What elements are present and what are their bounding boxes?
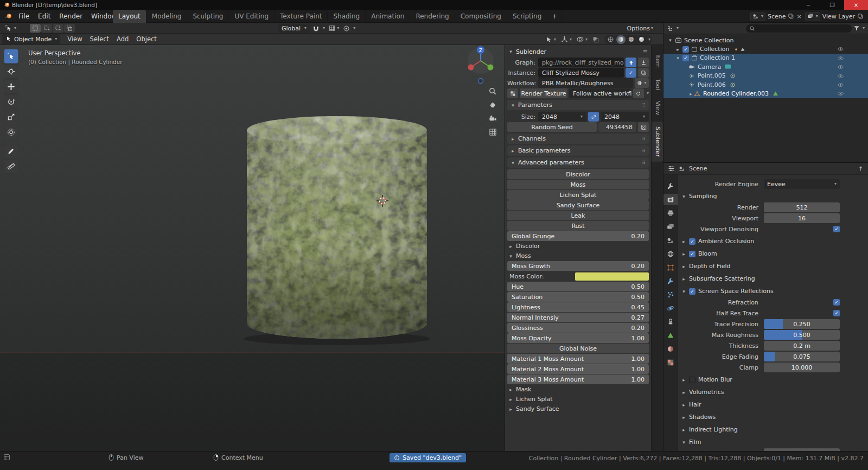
motion-blur-panel-header[interactable]: ▸✓Motion Blur — [681, 374, 840, 385]
saved-notification[interactable]: Saved "dev3.blend" — [390, 453, 466, 462]
follow-workflow-dropdown[interactable]: Follow active workfl..▾ — [569, 88, 631, 98]
close-button[interactable]: × — [844, 0, 868, 10]
lichen-splat-subpanel-header[interactable]: ▸Lichen Splat — [508, 395, 649, 404]
instance-copy-button[interactable] — [638, 68, 649, 78]
tab-material[interactable] — [663, 343, 678, 354]
size-y-dropdown[interactable]: 2048▾ — [601, 112, 649, 122]
outliner-row-point-005[interactable]: Point.005 — [663, 72, 868, 80]
pan-hand-button[interactable] — [486, 98, 499, 111]
tab-tool[interactable] — [663, 180, 678, 192]
clamp-field[interactable]: 10.000 — [764, 363, 840, 372]
cursor-tool[interactable] — [4, 64, 18, 79]
hide-viewport-eye-icon[interactable] — [837, 73, 844, 80]
outliner-row-rounded-cylinder[interactable]: ▸ Rounded Cylinder.003 — [663, 89, 868, 98]
glossiness-slider[interactable]: Glossiness0.20 — [507, 323, 649, 333]
tab-texture[interactable] — [663, 357, 678, 368]
measure-tool[interactable] — [4, 159, 18, 174]
active-tool-button[interactable]: ▾ — [3, 23, 18, 33]
gizmos-dropdown[interactable]: ▾ — [559, 35, 573, 45]
render-engine-dropdown[interactable]: Eevee▾ — [764, 179, 840, 189]
volumetrics-panel-header[interactable]: ▸Volumetrics — [681, 387, 840, 397]
minimize-button[interactable]: ─ — [796, 0, 820, 10]
workspace-tab-shading[interactable]: Shading — [328, 10, 366, 23]
tab-scene[interactable] — [663, 234, 678, 246]
scene-name[interactable]: Scene — [768, 13, 786, 20]
sidebar-tab-item[interactable]: Item — [652, 49, 663, 73]
moss-color-swatch[interactable] — [575, 272, 649, 281]
transform-orientation-dropdown[interactable]: Global ▾ — [278, 24, 310, 33]
collection-1-exclude-checkbox[interactable]: ✓ — [682, 55, 689, 61]
global-noise-button[interactable]: Global Noise — [507, 344, 649, 353]
transform-tool[interactable] — [4, 125, 18, 139]
tab-render[interactable] — [663, 194, 678, 205]
edge-fading-slider[interactable]: 0.075 — [764, 352, 840, 361]
hue-slider[interactable]: Hue0.50 — [507, 282, 649, 291]
editor-corner-icon[interactable] — [3, 454, 10, 461]
viewport-menu-view[interactable]: View — [63, 35, 86, 43]
outliner-editor-icon[interactable] — [667, 25, 674, 32]
max-roughness-slider[interactable]: 0.500 — [764, 330, 840, 340]
sidebar-tab-tool[interactable]: Tool — [652, 74, 663, 95]
parameters-panel-header[interactable]: ▾Parameters⠿ — [507, 100, 649, 110]
outliner-row-scene-collection[interactable]: ▾ Scene Collection — [663, 36, 868, 45]
basic-parameters-panel-header[interactable]: ▸Basic parameters⠿ — [507, 145, 649, 156]
trace-precision-slider[interactable]: 0.250 — [764, 319, 840, 329]
workspace-tab-modeling[interactable]: Modeling — [146, 10, 188, 23]
material-3-moss-slider[interactable]: Material 3 Moss Amount1.00 — [507, 374, 649, 384]
lichen-splat-button[interactable]: Lichen Splat — [507, 190, 649, 200]
sidebar-tab-sublender[interactable]: Sublender — [652, 122, 663, 162]
graph-field[interactable]: pkg://rock_cliff_stylized_mossy — [538, 58, 624, 67]
select-mode-subtract-button[interactable] — [53, 24, 63, 33]
rotate-tool[interactable] — [4, 94, 18, 109]
rust-button[interactable]: Rust — [507, 221, 649, 231]
instance-fake-user-button[interactable]: ✓ — [626, 68, 636, 78]
new-scene-button[interactable] — [788, 13, 794, 20]
new-view-layer-button[interactable] — [857, 13, 864, 20]
snap-magnet-icon[interactable] — [312, 25, 320, 32]
mode-dropdown[interactable]: Object Mode ▾ — [2, 34, 60, 44]
mask-subpanel-header[interactable]: ▸Mask — [508, 385, 649, 394]
ortho-toggle-button[interactable] — [486, 125, 499, 138]
unlink-scene-button[interactable]: × — [796, 13, 801, 20]
scale-tool[interactable] — [4, 110, 18, 124]
bloom-checkbox[interactable]: ✓ — [689, 251, 695, 257]
filter-dropdown-caret[interactable]: ▾ — [863, 26, 865, 30]
tab-view-layer[interactable] — [663, 221, 678, 232]
add-workspace-button[interactable]: + — [547, 10, 562, 23]
discolor-subpanel-header[interactable]: ▸Discolor — [508, 242, 649, 251]
moss-growth-slider[interactable]: Moss Growth0.20 — [507, 261, 649, 271]
thickness-field[interactable]: 0.2 m — [764, 341, 840, 351]
viewport-3d[interactable]: User Perspective (0) Collection | Rounde… — [0, 45, 505, 451]
texture-checker-button[interactable] — [507, 88, 518, 98]
random-seed-dice-icon[interactable] — [638, 122, 649, 132]
viewport-denoising-checkbox[interactable]: ✓ — [833, 226, 840, 232]
workspace-tab-texture-paint[interactable]: Texture Paint — [275, 10, 328, 23]
bloom-panel-header[interactable]: ▸✓Bloom — [681, 249, 840, 259]
outliner-display-mode-caret[interactable]: ▾ — [676, 26, 679, 30]
drag-grip-icon[interactable]: ⠿ — [642, 103, 646, 108]
pin-icon[interactable] — [858, 166, 864, 172]
normal-intensity-slider[interactable]: Normal Intensiy0.27 — [507, 313, 649, 322]
workspace-tab-sculpting[interactable]: Sculpting — [187, 10, 229, 23]
material-2-moss-slider[interactable]: Material 2 Moss Amount1.00 — [507, 364, 649, 374]
tab-object-data[interactable] — [663, 329, 678, 341]
leak-button[interactable]: Leak — [507, 211, 649, 220]
refresh-button[interactable] — [633, 88, 644, 98]
sandy-surface-button[interactable]: Sandy Surface — [507, 200, 649, 210]
workspace-tab-layout[interactable]: Layout — [113, 10, 146, 23]
workspace-tab-uv-editing[interactable]: UV Editing — [229, 10, 275, 23]
viewport-menu-add[interactable]: Add — [113, 35, 132, 43]
annotate-tool[interactable] — [4, 144, 18, 158]
workspace-tab-animation[interactable]: Animation — [366, 10, 410, 23]
advanced-parameters-panel-header[interactable]: ▾Advanced parameters⠿ — [507, 157, 649, 168]
global-grunge-slider[interactable]: Global Grunge0.20 — [507, 231, 649, 241]
outliner-row-point-006[interactable]: Point.006 — [663, 80, 868, 89]
camera-view-button[interactable] — [486, 112, 499, 125]
workspace-tab-scripting[interactable]: Scripting — [507, 10, 547, 23]
refraction-checkbox[interactable]: ✓ — [833, 299, 840, 306]
render-samples-field[interactable]: 512 — [764, 202, 840, 212]
discolor-button[interactable]: Discolor — [507, 169, 649, 179]
subsurface-scattering-panel-header[interactable]: ▸Subsurface Scattering — [681, 274, 840, 284]
object-visibility-dropdown[interactable]: ▾ — [544, 35, 558, 45]
hide-viewport-eye-icon[interactable] — [837, 63, 844, 71]
